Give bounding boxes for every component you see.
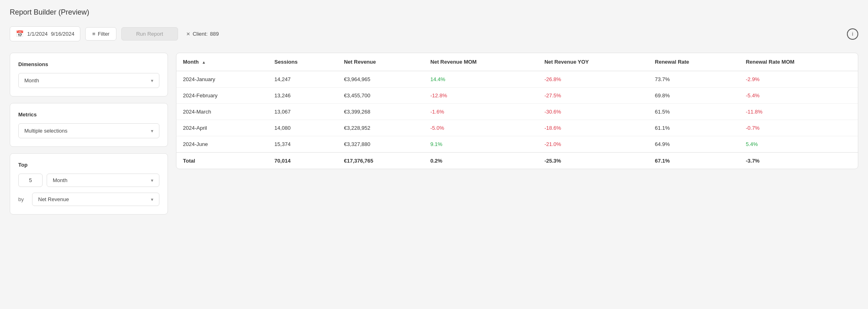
col-renewal-rate: Renewal Rate	[649, 53, 739, 71]
top-dimension-value: Month	[53, 177, 67, 183]
top-section: Top Month ▾ by Net Revenue ▾	[10, 153, 168, 215]
cell-renewal-rate-mom: -5.4%	[739, 88, 858, 104]
sort-arrow-month: ▲	[202, 60, 206, 64]
table-row: 2024-March 13,067 €3,399,268 -1.6% -30.6…	[176, 104, 858, 120]
cell-net-revenue: €3,455,700	[337, 88, 424, 104]
col-net-revenue-mom: Net Revenue MOM	[424, 53, 538, 71]
run-report-button[interactable]: Run Report	[121, 27, 178, 41]
cell-renewal-rate: 61.5%	[649, 104, 739, 120]
dimensions-card: Dimensions Month ▾	[10, 53, 168, 97]
table-header-row: Month ▲ Sessions Net Revenue Net Revenue…	[176, 53, 858, 71]
dimensions-selected: Month	[24, 77, 39, 84]
cell-sessions: 14,080	[268, 120, 337, 136]
total-net-revenue-yoy: -25.3%	[538, 152, 648, 169]
metrics-selected: Multiple selections	[24, 128, 67, 134]
by-label: by	[18, 196, 28, 202]
cell-net-revenue-mom: 14.4%	[424, 71, 538, 88]
top-row: Month ▾	[18, 174, 159, 187]
calendar-icon: 📅	[16, 30, 24, 38]
dimensions-dropdown[interactable]: Month ▾	[18, 73, 159, 88]
cell-net-revenue-yoy: -26.8%	[538, 71, 648, 88]
cell-month: 2024-February	[176, 88, 268, 104]
cell-month: 2024-April	[176, 120, 268, 136]
app-container: Report Builder (Preview) 📅 1/1/2024 9/16…	[0, 0, 868, 309]
filter-button[interactable]: ≡ Filter	[85, 27, 116, 41]
col-sessions-label: Sessions	[275, 59, 298, 65]
data-table: Month ▲ Sessions Net Revenue Net Revenue…	[176, 53, 858, 169]
cell-net-revenue-mom: 9.1%	[424, 136, 538, 153]
col-net-revenue-yoy: Net Revenue YOY	[538, 53, 648, 71]
col-month-label: Month	[183, 59, 199, 65]
total-renewal-rate-mom: -3.7%	[739, 152, 858, 169]
cell-sessions: 15,374	[268, 136, 337, 153]
client-remove-icon[interactable]: ✕	[186, 31, 190, 37]
metrics-dropdown[interactable]: Multiple selections ▾	[18, 123, 159, 138]
cell-month: 2024-June	[176, 136, 268, 153]
cell-net-revenue-yoy: -30.6%	[538, 104, 648, 120]
cell-renewal-rate: 64.9%	[649, 136, 739, 153]
col-net-revenue-mom-label: Net Revenue MOM	[430, 59, 477, 65]
table-row: 2024-January 14,247 €3,964,965 14.4% -26…	[176, 71, 858, 88]
top-number-input[interactable]	[18, 174, 43, 187]
by-metric-dropdown[interactable]: Net Revenue ▾	[32, 193, 159, 206]
cell-month: 2024-January	[176, 71, 268, 88]
table-row: 2024-February 13,246 €3,455,700 -12.8% -…	[176, 88, 858, 104]
metrics-label: Metrics	[18, 112, 159, 118]
date-range-picker[interactable]: 📅 1/1/2024 9/16/2024	[10, 26, 80, 41]
client-value: 889	[210, 31, 219, 37]
col-net-revenue: Net Revenue	[337, 53, 424, 71]
total-net-revenue: €17,376,765	[337, 152, 424, 169]
total-label: Total	[176, 152, 268, 169]
date-start: 1/1/2024	[27, 31, 48, 37]
cell-net-revenue-mom: -12.8%	[424, 88, 538, 104]
col-renewal-rate-mom-label: Renewal Rate MOM	[746, 59, 795, 65]
cell-renewal-rate-mom: -11.8%	[739, 104, 858, 120]
top-label: Top	[18, 162, 159, 168]
cell-net-revenue-mom: -5.0%	[424, 120, 538, 136]
cell-renewal-rate-mom: -0.7%	[739, 120, 858, 136]
cell-renewal-rate: 69.8%	[649, 88, 739, 104]
top-dimension-dropdown[interactable]: Month ▾	[47, 174, 159, 187]
left-panel: Dimensions Month ▾ Metrics Multiple sele…	[10, 53, 168, 215]
cell-net-revenue-yoy: -21.0%	[538, 136, 648, 153]
by-metric-chevron-icon: ▾	[151, 197, 153, 202]
col-month[interactable]: Month ▲	[176, 53, 268, 71]
cell-net-revenue: €3,399,268	[337, 104, 424, 120]
cell-net-revenue: €3,228,952	[337, 120, 424, 136]
cell-net-revenue-yoy: -27.5%	[538, 88, 648, 104]
col-net-revenue-label: Net Revenue	[344, 59, 376, 65]
table-total-row: Total 70,014 €17,376,765 0.2% -25.3% 67.…	[176, 152, 858, 169]
date-end: 9/16/2024	[51, 31, 75, 37]
by-row: by Net Revenue ▾	[18, 193, 159, 206]
cell-renewal-rate: 73.7%	[649, 71, 739, 88]
info-button[interactable]: i	[847, 28, 858, 40]
col-net-revenue-yoy-label: Net Revenue YOY	[544, 59, 589, 65]
cell-sessions: 14,247	[268, 71, 337, 88]
by-metric-value: Net Revenue	[38, 196, 69, 202]
run-report-label: Run Report	[136, 31, 163, 37]
data-table-container: Month ▲ Sessions Net Revenue Net Revenue…	[176, 53, 858, 169]
cell-renewal-rate: 61.1%	[649, 120, 739, 136]
client-label: Client:	[193, 31, 208, 37]
col-sessions: Sessions	[268, 53, 337, 71]
table-header: Month ▲ Sessions Net Revenue Net Revenue…	[176, 53, 858, 71]
filter-icon: ≡	[92, 31, 95, 37]
info-icon: i	[852, 31, 853, 37]
top-dimension-chevron-icon: ▾	[151, 178, 153, 183]
col-renewal-rate-label: Renewal Rate	[655, 59, 690, 65]
cell-net-revenue: €3,964,965	[337, 71, 424, 88]
cell-net-revenue: €3,327,880	[337, 136, 424, 153]
page-title: Report Builder (Preview)	[10, 8, 858, 17]
cell-sessions: 13,246	[268, 88, 337, 104]
col-renewal-rate-mom: Renewal Rate MOM	[739, 53, 858, 71]
cell-month: 2024-March	[176, 104, 268, 120]
cell-sessions: 13,067	[268, 104, 337, 120]
dimensions-chevron-icon: ▾	[151, 78, 153, 84]
metrics-chevron-icon: ▾	[151, 128, 153, 134]
filter-label: Filter	[98, 31, 110, 37]
cell-renewal-rate-mom: 5.4%	[739, 136, 858, 153]
cell-renewal-rate-mom: -2.9%	[739, 71, 858, 88]
toolbar: 📅 1/1/2024 9/16/2024 ≡ Filter Run Report…	[10, 26, 858, 41]
cell-net-revenue-yoy: -18.6%	[538, 120, 648, 136]
client-badge: ✕ Client: 889	[186, 31, 219, 37]
